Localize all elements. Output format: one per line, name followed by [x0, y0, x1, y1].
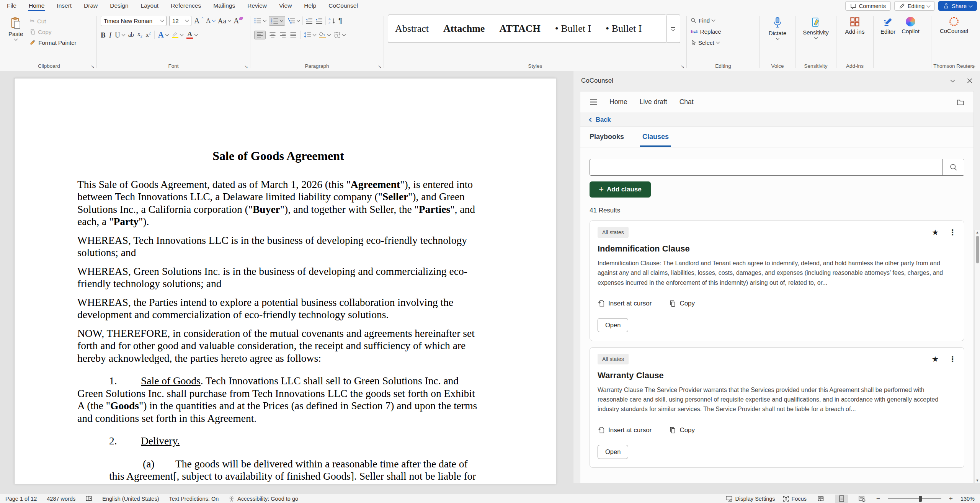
superscript-button[interactable]: x2: [146, 31, 151, 38]
font-family-select[interactable]: Times New Roman: [101, 16, 167, 26]
shading-button[interactable]: [319, 32, 330, 38]
collapse-panel-button[interactable]: [950, 78, 956, 84]
document-paragraph[interactable]: NOW, THEREFORE, in consideration of the …: [77, 327, 479, 365]
style-item-attach-caps[interactable]: ATTACH: [499, 23, 540, 34]
find-button[interactable]: Find: [691, 15, 756, 25]
web-layout-view-button[interactable]: [856, 495, 869, 503]
copy-clause-button[interactable]: Copy: [669, 300, 695, 307]
print-layout-view-button[interactable]: [835, 495, 848, 503]
change-case-button[interactable]: Aa: [218, 17, 231, 24]
document-paragraph[interactable]: This Sale of Goods Agreement, dated as o…: [77, 178, 479, 228]
addins-button[interactable]: Add-ins: [840, 15, 869, 37]
scrollbar-thumb[interactable]: [976, 236, 979, 263]
bullet-list-button[interactable]: [254, 18, 266, 24]
display-settings-button[interactable]: Display Settings: [726, 496, 775, 502]
style-item-bullet-1[interactable]: Bullet I: [555, 23, 591, 34]
text-predictions-indicator[interactable]: Text Predictions: On: [169, 496, 219, 502]
shrink-font-button[interactable]: A: [206, 18, 215, 24]
open-clause-button[interactable]: Open: [598, 318, 628, 332]
style-item-abstract[interactable]: Abstract: [395, 23, 429, 34]
font-size-select[interactable]: 12: [169, 16, 191, 26]
align-right-button[interactable]: [279, 32, 286, 38]
strikethrough-button[interactable]: ab: [128, 32, 134, 38]
show-paragraph-marks-button[interactable]: ¶: [338, 16, 342, 25]
word-count[interactable]: 4287 words: [47, 496, 75, 502]
copy-button[interactable]: Copy: [30, 27, 76, 37]
document-paragraph[interactable]: WHEREAS, Tech Innovations LLC is in the …: [77, 234, 479, 259]
nav-item-live-draft[interactable]: Live draft: [640, 98, 667, 106]
search-button[interactable]: [942, 159, 964, 175]
scroll-up-arrow[interactable]: ▲: [976, 230, 979, 235]
editing-mode-dropdown[interactable]: Editing: [894, 1, 935, 11]
document-paragraph[interactable]: (a)The goods will be delivered within a …: [77, 458, 479, 485]
ribbon-tab-insert[interactable]: Insert: [56, 0, 72, 11]
multilevel-list-button[interactable]: [288, 18, 300, 24]
cocounsel-ribbon-button[interactable]: CoCounsel: [935, 15, 973, 36]
close-panel-button[interactable]: [967, 78, 972, 83]
ribbon-tab-home[interactable]: Home: [28, 0, 45, 11]
favorite-star-icon[interactable]: ★: [932, 355, 939, 363]
subscript-button[interactable]: x2: [137, 31, 142, 38]
clause-search-input[interactable]: [590, 159, 942, 175]
ribbon-tab-help[interactable]: Help: [303, 0, 317, 11]
document-body[interactable]: This Sale of Goods Agreement, dated as o…: [77, 178, 479, 485]
cut-button[interactable]: ✂ Cut: [30, 16, 76, 26]
ribbon-tab-references[interactable]: References: [170, 0, 202, 11]
add-clause-button[interactable]: + Add clause: [590, 181, 651, 198]
nav-item-home[interactable]: Home: [609, 98, 627, 106]
document-paragraph[interactable]: WHEREAS, Green Solutions Inc. is in the …: [77, 265, 479, 290]
ribbon-tab-draw[interactable]: Draw: [83, 0, 98, 11]
paragraph-dialog-launcher[interactable]: ↘: [378, 64, 382, 69]
favorite-star-icon[interactable]: ★: [932, 229, 939, 236]
text-effects-button[interactable]: A: [158, 31, 168, 39]
dictate-button[interactable]: Dictate: [764, 15, 791, 42]
document-paragraph[interactable]: WHEREAS, the Parties intend to explore a…: [77, 296, 479, 321]
paste-button[interactable]: Paste: [5, 15, 26, 47]
decrease-indent-button[interactable]: [305, 18, 313, 24]
justify-button[interactable]: [290, 32, 297, 38]
scroll-down-arrow[interactable]: ▼: [976, 478, 979, 483]
sensitivity-button[interactable]: Sensitivity: [799, 15, 832, 41]
more-options-kebab-icon[interactable]: ⋮: [949, 355, 956, 363]
insert-at-cursor-button[interactable]: Insert at cursor: [598, 426, 652, 434]
font-dialog-launcher[interactable]: ↘: [244, 64, 248, 69]
more-options-kebab-icon[interactable]: ⋮: [949, 229, 956, 236]
align-center-button[interactable]: [269, 32, 276, 38]
language-indicator[interactable]: English (United States): [102, 496, 159, 502]
folder-icon[interactable]: [957, 99, 964, 106]
line-spacing-button[interactable]: [304, 32, 316, 38]
ribbon-tab-view[interactable]: View: [278, 0, 292, 11]
ribbon-tab-cocounsel[interactable]: CoCounsel: [328, 0, 359, 11]
ribbon-tab-file[interactable]: File: [6, 0, 17, 11]
zoom-in-button[interactable]: +: [949, 495, 953, 502]
comments-button[interactable]: Comments: [845, 1, 891, 11]
back-link[interactable]: Back: [580, 113, 973, 127]
numbered-list-button[interactable]: 123: [269, 16, 285, 26]
zoom-out-button[interactable]: −: [876, 495, 880, 502]
clipboard-dialog-launcher[interactable]: ↘: [91, 64, 95, 69]
accessibility-status[interactable]: Accessibility: Good to go: [229, 495, 298, 502]
grow-font-button[interactable]: A^: [194, 17, 203, 24]
document-page[interactable]: Sale of Goods Agreement This Sale of Goo…: [14, 78, 556, 484]
document-paragraph[interactable]: 2.Delivery.: [77, 435, 479, 447]
underline-button[interactable]: U: [115, 31, 125, 39]
borders-button[interactable]: [334, 32, 345, 38]
bold-button[interactable]: B: [101, 31, 106, 39]
zoom-slider[interactable]: [888, 495, 941, 502]
tab-playbooks[interactable]: Playbooks: [590, 127, 624, 147]
format-painter-button[interactable]: Format Painter: [30, 38, 76, 47]
italic-button[interactable]: I: [109, 31, 111, 39]
text-highlight-button[interactable]: [172, 31, 183, 38]
styles-gallery-more-button[interactable]: [666, 15, 680, 43]
replace-button[interactable]: b⇄ Replace: [691, 26, 756, 36]
open-clause-button[interactable]: Open: [598, 445, 628, 459]
document-paragraph[interactable]: 1.Sale of Goods. Tech Innovations LLC sh…: [77, 375, 479, 425]
proofing-status-icon[interactable]: [85, 495, 92, 502]
focus-mode-button[interactable]: Focus: [783, 496, 807, 502]
document-title[interactable]: Sale of Goods Agreement: [77, 150, 479, 162]
copilot-button[interactable]: Copilot: [898, 15, 923, 37]
ribbon-tab-layout[interactable]: Layout: [140, 0, 160, 11]
style-item-attachment[interactable]: Attachme: [443, 23, 485, 34]
select-button[interactable]: Select: [691, 38, 756, 47]
panel-scrollbar[interactable]: ▲ ▼: [974, 230, 980, 483]
